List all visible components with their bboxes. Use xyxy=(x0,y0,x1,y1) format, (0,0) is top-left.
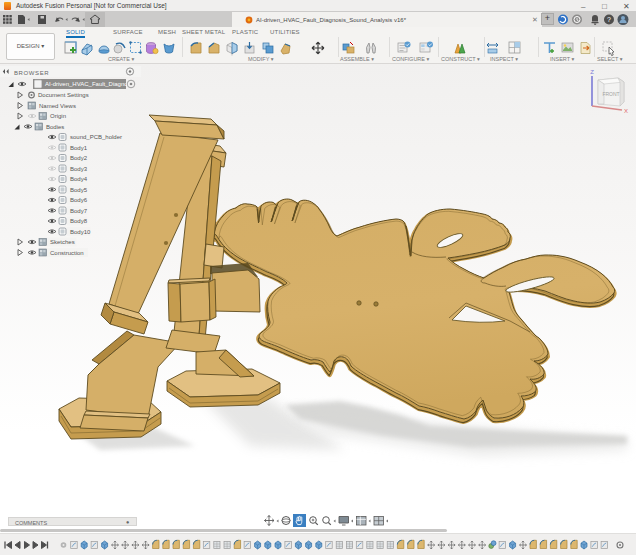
svg-text:Body4: Body4 xyxy=(70,176,88,182)
svg-text:Body10: Body10 xyxy=(70,229,91,235)
svg-text:Body8: Body8 xyxy=(70,218,88,224)
svg-text:FRONT: FRONT xyxy=(602,91,619,97)
svg-text:sound_PCB_holder: sound_PCB_holder xyxy=(70,134,122,140)
svg-text:Body7: Body7 xyxy=(70,208,88,214)
svg-text:Z: Z xyxy=(590,69,594,75)
svg-text:Body3: Body3 xyxy=(70,166,88,172)
svg-text:X: X xyxy=(624,108,628,114)
svg-text:Bodies: Bodies xyxy=(46,124,64,130)
svg-text:Sketches: Sketches xyxy=(50,239,75,245)
svg-text:Origin: Origin xyxy=(50,113,66,119)
svg-text:Body2: Body2 xyxy=(70,155,88,161)
svg-text:BROWSER: BROWSER xyxy=(14,70,49,76)
svg-text:Construction: Construction xyxy=(50,250,84,256)
svg-text:Body5: Body5 xyxy=(70,187,88,193)
svg-text:Named Views: Named Views xyxy=(39,103,76,109)
svg-text:AI-driven_HVAC_Fault_Diagno...: AI-driven_HVAC_Fault_Diagno... xyxy=(45,81,133,87)
svg-text:Body6: Body6 xyxy=(70,197,88,203)
svg-text:Body1: Body1 xyxy=(70,145,88,151)
svg-text:Document Settings: Document Settings xyxy=(38,92,89,98)
